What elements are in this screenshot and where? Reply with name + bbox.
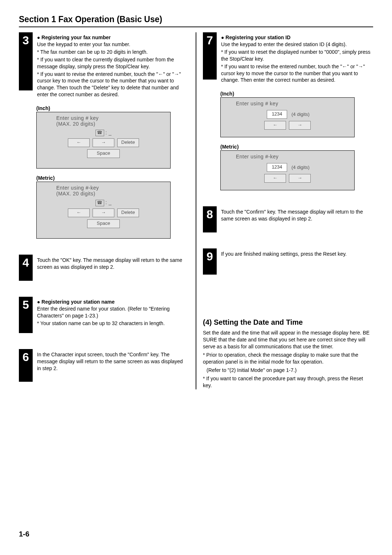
step7-note1: * If you want to reset the displayed num… — [221, 49, 372, 62]
id-display: 1234 — [267, 163, 287, 172]
step3-intro: Use the keypad to enter your fax number. — [37, 41, 188, 48]
arrow-right-button[interactable]: → — [289, 174, 311, 183]
step7-note2: * If you want to revise the entered numb… — [221, 63, 372, 84]
arrow-left-button[interactable]: ← — [68, 138, 90, 147]
step-number-6: 6 — [19, 349, 33, 382]
page-number: 1-6 — [19, 530, 29, 538]
step-number-7: 7 — [203, 32, 217, 80]
step6-body: In the Character input screen, touch the… — [37, 351, 188, 372]
ss-line1: Enter using #-key — [56, 185, 167, 191]
ss-line1: Enter using # key — [236, 101, 351, 106]
step-number-8: 8 — [203, 206, 217, 232]
digits-label: (4 digits) — [291, 112, 310, 117]
step7-inch-label: (Inch) — [220, 91, 373, 97]
digits-label: (4 digits) — [291, 165, 310, 170]
step-number-4: 4 — [19, 255, 33, 281]
arrow-right-button[interactable]: → — [289, 121, 311, 130]
step5-note1: * Your station name can be up to 32 char… — [37, 320, 188, 327]
step3-metric-screenshot: Enter using #-key (MAX. 20 digits) : _ ←… — [36, 182, 171, 238]
step7-inch-screenshot: Enter using # key 1234 (4 digits) ← → — [220, 97, 355, 137]
delete-button[interactable]: Delete — [117, 138, 139, 147]
step-number-5: 5 — [19, 297, 33, 333]
input-placeholder: : _ — [105, 199, 111, 205]
ss-line2: (MAX. 20 digits) — [56, 121, 167, 127]
step7-metric-label: (Metric) — [220, 144, 373, 150]
column-divider — [196, 32, 196, 389]
step7-heading: Registering your station ID — [221, 35, 372, 40]
step8-body: Touch the "Confirm" key. The message dis… — [221, 208, 372, 222]
step-3: 3 Registering your fax number Use the ke… — [19, 32, 189, 99]
step7-metric-screenshot: Enter using #-key 1234 (4 digits) ← → — [220, 150, 355, 190]
step-9: 9 If you are finished making settings, p… — [203, 248, 373, 275]
step7-intro: Use the keypad to enter the desired stat… — [221, 41, 372, 48]
arrow-right-button[interactable]: → — [93, 138, 114, 147]
arrow-left-button[interactable]: ← — [264, 174, 286, 183]
input-placeholder: : _ — [105, 130, 111, 135]
phone-icon — [95, 130, 104, 136]
step-8: 8 Touch the "Confirm" key. The message d… — [203, 206, 373, 232]
arrow-right-button[interactable]: → — [93, 208, 114, 217]
step5-body: Enter the desired name for your station.… — [37, 305, 188, 319]
step3-note3: * If you want to revise the entered numb… — [37, 71, 188, 98]
setting-note1: * Prior to operation, check the message … — [203, 352, 373, 365]
title-divider — [19, 27, 373, 27]
right-column: 7 Registering your station ID Use the ke… — [203, 32, 373, 389]
id-display: 1234 — [267, 110, 287, 119]
step3-inch-label: (Inch) — [36, 105, 189, 111]
arrow-left-button[interactable]: ← — [68, 208, 90, 217]
step4-body: Touch the "OK" key. The message display … — [37, 257, 188, 271]
space-button[interactable]: Space — [87, 219, 120, 228]
ss-line2: (MAX. 20 digits) — [56, 191, 167, 197]
step3-inch-screenshot: Enter using # key (MAX. 20 digits) : _ ←… — [36, 112, 171, 169]
step-number-3: 3 — [19, 32, 33, 90]
step-7: 7 Registering your station ID Use the ke… — [203, 32, 373, 84]
step3-heading: Registering your fax number — [37, 35, 188, 40]
setting-note2: * If you want to cancel the procedure pa… — [203, 375, 373, 389]
setting-body: Set the date and the time that will appe… — [203, 329, 373, 350]
step-4: 4 Touch the "OK" key. The message displa… — [19, 255, 189, 281]
setting-date-time-heading: (4) Setting the Date and Time — [203, 318, 373, 327]
step3-note1: * The fax number can be up to 20 digits … — [37, 49, 188, 56]
phone-icon — [95, 200, 104, 206]
setting-note1b: (Refer to "(2) Initial Mode" on page 1-7… — [203, 367, 373, 374]
step9-body: If you are finished making settings, pre… — [221, 251, 372, 258]
delete-button[interactable]: Delete — [117, 208, 139, 217]
ss-line1: Enter using #-key — [236, 154, 351, 159]
left-column: 3 Registering your fax number Use the ke… — [19, 32, 189, 389]
section-title: Section 1 Fax Operation (Basic Use) — [19, 15, 373, 24]
ss-line1: Enter using # key — [56, 115, 167, 121]
space-button[interactable]: Space — [87, 149, 120, 158]
arrow-left-button[interactable]: ← — [264, 121, 286, 130]
step-5: 5 Registering your station name Enter th… — [19, 297, 189, 333]
step3-metric-label: (Metric) — [36, 175, 189, 181]
step3-note2: * If you want to clear the currently dis… — [37, 56, 188, 70]
step-number-9: 9 — [203, 248, 217, 275]
step-6: 6 In the Character input screen, touch t… — [19, 349, 189, 382]
step5-heading: Registering your station name — [37, 299, 188, 305]
